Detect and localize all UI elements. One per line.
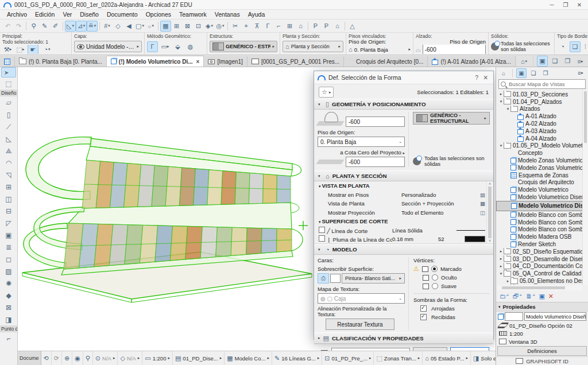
tree-item[interactable]: ▾01.04_PD_Alzados — [496, 98, 588, 106]
tab-overflow-icon[interactable]: ⌂▾ — [519, 56, 529, 67]
tree-item[interactable]: Modelo Blanco con Sombras — [496, 211, 588, 219]
tool-icon[interactable]: ▨ — [1, 265, 16, 277]
tool-icon[interactable]: ◻ — [1, 253, 16, 265]
toolbar-icon[interactable]: ⌂ — [332, 21, 343, 32]
menu-opciones[interactable]: Opciones — [142, 10, 175, 18]
toolbar-icon[interactable]: ↷ — [13, 21, 24, 32]
toolbar-icon[interactable]: ⌖ — [241, 21, 252, 32]
navigator-menu-icon[interactable]: ≡▸ — [575, 68, 586, 78]
paint-bucket-icon[interactable]: ⎙ — [318, 273, 329, 284]
tab-layouts[interactable] — [0, 56, 15, 67]
status-icon[interactable]: ⊕ — [62, 351, 72, 365]
tree-item[interactable]: ▸01.03_PD_Secciones — [496, 91, 588, 98]
status-16-l-neas-g-[interactable]: ✎16 Líneas G...▸ — [272, 351, 322, 365]
structure-selector[interactable]: GENÉRICO - ESTRUCT... ▸ — [210, 41, 277, 52]
layout-book-icon[interactable]: ❏ — [528, 68, 539, 78]
menu-archivo[interactable]: Archivo — [3, 10, 30, 18]
surface-select[interactable]: Pintura- Blanco Sati...▸ — [342, 273, 405, 284]
section-plan[interactable]: ▾⌂ PLANTA Y SECCIÓN — [314, 170, 493, 181]
tree-item[interactable]: Croquis del Arquitecto — [496, 179, 588, 187]
minimize-button[interactable]: ─ — [546, 2, 558, 8]
status-modelo-co-[interactable]: ▦Modelo Co...▸ — [225, 351, 272, 365]
toolbar-icon[interactable]: ◺▾ — [65, 21, 76, 32]
tree-item[interactable]: A-02 Alzado — [496, 120, 588, 127]
menu-edición[interactable]: Edición — [32, 10, 58, 18]
tool-icon[interactable]: ◸ — [1, 217, 16, 229]
toolbar-icon[interactable]: ⊞ — [171, 21, 182, 32]
toolbar-icon[interactable]: Γ — [262, 21, 273, 32]
delete-icon[interactable]: ✕ — [548, 293, 554, 300]
toolbar-icon[interactable]: Ρ — [310, 21, 321, 32]
favorites-button[interactable]: ☆▸ — [319, 87, 334, 98]
tree-item[interactable]: ▸03_DD_Desarrollo de Diseño — [496, 255, 588, 263]
tab--0001-gs-pd-a-0001-pres-[interactable]: [0001_GS_PD_A_0001 Pres... — [247, 56, 344, 67]
toolbar-icon[interactable]: ⌐ — [273, 21, 284, 32]
tool-icon[interactable]: ⊠ — [1, 301, 16, 313]
toolbar-icon[interactable]: ◀ — [123, 21, 134, 32]
toolbar-icon[interactable]: ✂ — [230, 21, 241, 32]
tool-icon[interactable]: ◆ — [1, 289, 16, 301]
plan-row-vista-de-planta[interactable]: Vista de PlantaSección + Proyección▦ — [314, 199, 493, 208]
tool-icon[interactable]: ⌐ — [1, 332, 16, 344]
properties-header[interactable]: ▾Propiedades — [496, 302, 588, 312]
tool-icon[interactable]: ✺ — [1, 277, 16, 289]
open-view-icon[interactable]: ▣ — [539, 293, 544, 300]
status-icon[interactable]: ⟳ — [52, 351, 62, 365]
tree-item[interactable]: Modelo Volumetrico — [496, 186, 588, 193]
section-model[interactable]: ▾◔ MODELO — [314, 244, 493, 255]
toolbar-icon[interactable]: ✎ — [39, 21, 50, 32]
menu-teamwork[interactable]: Teamwork — [176, 10, 210, 18]
status-zonas-tran-[interactable]: ⬚Zonas Tran...▸ — [374, 351, 423, 365]
tool-icon[interactable]: ⟁ — [1, 145, 16, 157]
plan-row-mostrar-en-pisos[interactable]: Mostrar en PisosPersonalizado▤ — [314, 191, 493, 200]
publisher-icon[interactable]: ❐ — [540, 68, 551, 78]
home-story-value[interactable]: 0. Planta Baja — [354, 46, 388, 53]
layoutbook-mode-icon[interactable]: ❏ — [550, 56, 560, 67]
status-n-a[interactable]: ◇N/A▸ — [118, 351, 142, 365]
status-icon[interactable]: ⟲ — [41, 351, 52, 365]
tool-icon[interactable]: ⊟ — [1, 205, 16, 217]
tool-icon[interactable]: ⬚ — [1, 77, 16, 90]
status-01-pd-pre-[interactable]: ⊡01_PD_Pre_...▸ — [322, 351, 374, 365]
tool-icon[interactable]: ▯ — [1, 108, 16, 121]
plan-row-mostrar-proyecci-n[interactable]: Mostrar ProyecciónTodo el Elemento◫ — [314, 208, 493, 218]
tree-item[interactable]: Esquema de Zonas — [496, 172, 588, 179]
default-settings-icon[interactable]: ⚒▸ — [2, 45, 13, 54]
cota-field[interactable]: -600 — [346, 157, 405, 167]
tree-item[interactable]: ▾01.05_PD_Modelo Volumetrico — [496, 142, 588, 150]
edge-none-icon[interactable]: ◔ — [557, 41, 568, 52]
tree-item[interactable]: Modelo Blanco con Sombras — [496, 226, 588, 234]
toolbar-icon[interactable]: ↶ — [2, 21, 13, 32]
ok-button[interactable]: OK — [450, 347, 489, 351]
status-1-200[interactable]: ▭1:200▸ — [142, 351, 173, 365]
restaurar-textura-button[interactable]: Restaurar Textura — [326, 319, 394, 330]
search-input[interactable] — [508, 80, 583, 88]
plan-row-superficies-de-corte[interactable]: ▾ SUPERFICIES DE CORTE — [314, 217, 493, 226]
tool-icon[interactable]: ◫ — [1, 193, 16, 205]
tab--0-planta-baja-0-planta-[interactable]: (!) 0. Planta Baja [0. Planta... — [15, 56, 107, 67]
tree-item[interactable]: ▸05.00_Elementos no Deseados — [496, 277, 588, 285]
status-solo-el-mo-[interactable]: ◨Solo el Mo...▸ — [471, 351, 496, 365]
toolbar-icon[interactable]: ⊼ — [252, 21, 262, 32]
edge-soft-icon[interactable]: ❐ — [582, 41, 586, 52]
graphisoft-id-row[interactable]: GRAPHISOFT ID — [496, 356, 588, 365]
shadow-option-arrojadas[interactable]: Arrojadas — [420, 304, 490, 313]
section-geometry[interactable]: ▾▯ GEOMETRÍA Y POSICIONAMIENTO — [314, 99, 493, 110]
tool-icon[interactable]: ≣ — [1, 241, 16, 253]
toolbar-icon[interactable]: ⊡ — [193, 21, 204, 32]
plan-list-scrollbar[interactable]: ˄˅ — [486, 181, 493, 243]
menu-ventanas[interactable]: Ventanas — [211, 10, 243, 18]
palette-group-diseño[interactable]: Diseño — [0, 90, 17, 96]
tree-item[interactable]: Modelo Zonas Volumetricas — [496, 157, 588, 164]
tool-icon[interactable]: ⟋ — [1, 121, 16, 133]
tree-item[interactable]: Modelo Volumetrico Diseño Opc — [496, 193, 588, 201]
tree-item[interactable]: A-04 Alzado — [496, 135, 588, 142]
box-method-icon[interactable]: ⬙ — [172, 41, 183, 52]
toolbar-icon[interactable]: ◎▾ — [215, 21, 226, 32]
tree-item[interactable]: ▾Alzados — [496, 106, 588, 113]
panel-menu-icon[interactable]: ≡▸ — [575, 56, 586, 67]
plan-row-vista-en-planta[interactable]: ▾ VISTA EN PLANTA — [314, 181, 493, 191]
dialog-close-button[interactable]: ✕ — [481, 74, 490, 81]
tool-icon[interactable]: ▣ — [1, 229, 16, 241]
layer-selector[interactable]: Unidad Modelo - Forma... ▸ — [74, 41, 142, 52]
